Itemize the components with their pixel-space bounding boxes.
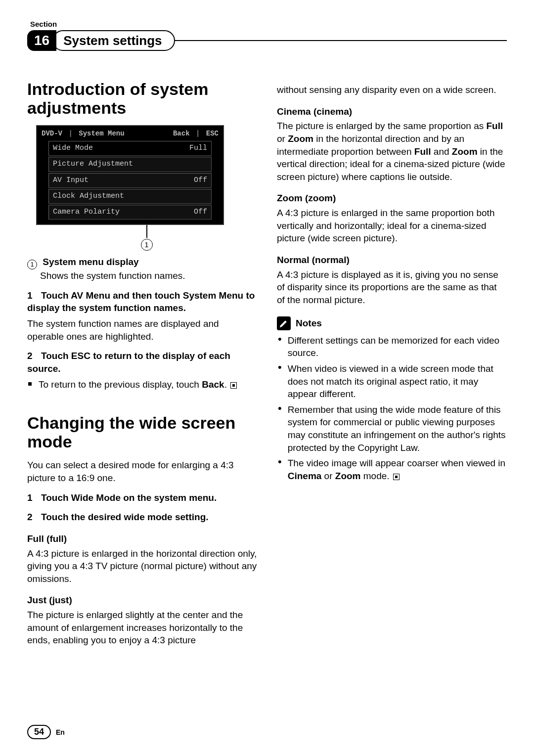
note-item: When video is viewed in a wide screen mo…	[277, 362, 507, 400]
callout-marker-1: 1	[141, 239, 153, 251]
full-body: A 4:3 picture is enlarged in the horizon…	[27, 547, 257, 585]
screen-source: DVD-V	[42, 129, 62, 138]
header-rule	[172, 40, 507, 41]
pencil-icon	[277, 316, 291, 330]
circled-1-icon: 1	[27, 260, 37, 269]
screen-esc-btn[interactable]: ESC	[206, 130, 219, 137]
step-2-note: To return to the previous display, touch…	[27, 378, 257, 391]
section-number-badge: 16	[27, 30, 56, 51]
screen-back-btn[interactable]: Back	[173, 130, 190, 137]
square-bullet-icon	[28, 382, 32, 386]
page-footer: 54 En	[27, 725, 65, 739]
full-heading: Full (full)	[27, 533, 257, 545]
step-2: 2Touch ESC to return to the display of e…	[27, 350, 257, 375]
left-column: Introduction of system adjustments DVD-V…	[27, 66, 257, 652]
screen-row-wide-mode[interactable]: Wide ModeFull	[48, 141, 212, 156]
normal-heading: Normal (normal)	[277, 254, 507, 267]
just-heading: Just (just)	[27, 594, 257, 607]
callout-1: 1 System menu display Shows the system f…	[27, 256, 257, 282]
zoom-heading: Zoom (zoom)	[277, 192, 507, 205]
language-label: En	[56, 728, 65, 736]
right-column: without sensing any disparity even on a …	[277, 66, 507, 652]
end-mark-icon	[230, 382, 237, 389]
note-item: Remember that using the wide mode featur…	[277, 403, 507, 454]
note-item: Different settings can be memorized for …	[277, 334, 507, 359]
screen-row-av-input[interactable]: AV InputOff	[48, 173, 212, 188]
just-body: The picture is enlarged slightly at the …	[27, 609, 257, 647]
zoom-body: A 4:3 picture is enlarged in the same pr…	[277, 207, 507, 245]
screen-title: System Menu	[79, 129, 124, 138]
notes-list: Different settings can be memorized for …	[277, 334, 507, 483]
wide-intro: You can select a desired mode for enlarg…	[27, 459, 257, 484]
wide-step-1: 1Touch Wide Mode on the system menu.	[27, 491, 257, 504]
end-mark-icon	[393, 474, 400, 480]
notes-heading: Notes	[277, 316, 507, 330]
note-item: The video image will appear coarser when…	[277, 457, 507, 482]
screen-row-camera-pol[interactable]: Camera PolarityOff	[48, 205, 212, 220]
section-title: System settings	[52, 30, 175, 51]
section-label: Section	[30, 20, 507, 28]
screenshot-system-menu: DVD-V | System Menu Back | ESC Wide Mode…	[36, 125, 257, 251]
cinema-heading: Cinema (cinema)	[277, 105, 507, 118]
heading-wide-mode: Changing the wide screen mode	[27, 413, 257, 451]
page-number: 54	[27, 725, 51, 739]
just-body-cont: without sensing any disparity even on a …	[277, 84, 507, 96]
screen-row-clock-adj[interactable]: Clock Adjustment	[48, 189, 212, 204]
normal-body: A 4:3 picture is displayed as it is, giv…	[277, 268, 507, 307]
cinema-body: The picture is enlarged by the same prop…	[277, 120, 507, 183]
section-header: 16 System settings	[27, 30, 507, 51]
step-1-body: The system function names are displayed …	[27, 317, 257, 343]
screen-row-picture-adj[interactable]: Picture Adjustment	[48, 157, 212, 172]
step-1: 1Touch AV Menu and then touch System Men…	[27, 289, 257, 314]
heading-intro: Introduction of system adjustments	[27, 80, 257, 117]
wide-step-2: 2Touch the desired wide mode setting.	[27, 511, 257, 524]
